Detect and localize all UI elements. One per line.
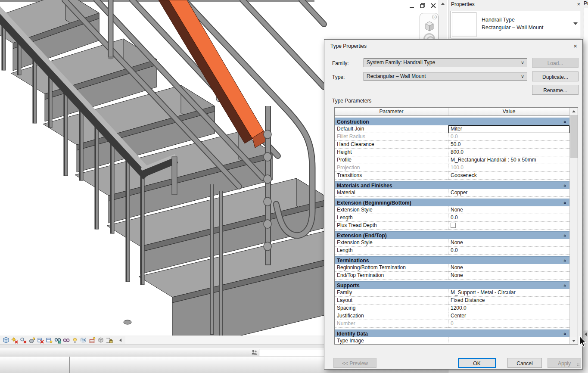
table-row[interactable]: TransitionsGooseneck xyxy=(335,172,569,180)
displaced-elements-icon[interactable] xyxy=(88,336,96,344)
table-scroll-thumb[interactable] xyxy=(570,115,578,158)
family-value: System Family: Handrail Type xyxy=(367,59,435,65)
shadows-icon[interactable] xyxy=(19,336,27,344)
section-collapse-icon: « xyxy=(563,284,568,286)
table-row[interactable]: End/Top TerminationNone xyxy=(335,272,569,280)
table-row[interactable]: Plus Tread Depth xyxy=(335,222,569,230)
viewcube-icon[interactable] xyxy=(424,21,435,33)
table-row[interactable]: Spacing1200.0 xyxy=(335,305,569,312)
scroll-up-icon[interactable] xyxy=(439,0,446,7)
project-browser-body xyxy=(584,8,588,330)
view-close-button[interactable] xyxy=(430,3,437,9)
table-row[interactable]: Extension StyleNone xyxy=(335,206,569,214)
rename-button[interactable]: Rename... xyxy=(532,85,579,95)
visual-style-icon[interactable] xyxy=(2,336,10,344)
table-row[interactable]: Length0.0 xyxy=(335,214,569,222)
locked-view-icon[interactable] xyxy=(105,336,113,344)
dialog-title: Type Properties xyxy=(330,43,367,49)
hscroll-left-icon[interactable] xyxy=(116,336,124,344)
table-row[interactable]: Type Image xyxy=(335,337,569,344)
section-collapse-icon: « xyxy=(563,120,568,123)
type-selector-type-name: Rectangular – Wall Mount xyxy=(482,25,543,31)
table-row[interactable]: Length0.0 xyxy=(335,247,569,255)
table-section-row[interactable]: Extension (End/Top)« xyxy=(335,231,569,239)
temporary-view-properties-icon[interactable] xyxy=(71,336,79,344)
table-row[interactable]: Fillet Radius0.0 xyxy=(335,133,569,141)
table-section-row[interactable]: Materials and Finishes« xyxy=(335,181,569,189)
crop-view-icon[interactable] xyxy=(36,336,44,344)
cancel-button[interactable]: Cancel xyxy=(507,358,542,368)
table-row[interactable]: LayoutFixed Distance xyxy=(335,297,569,305)
navigation-bar[interactable]: × xyxy=(420,13,439,40)
section-collapse-icon: « xyxy=(563,184,568,186)
table-section-row[interactable]: Construction« xyxy=(335,118,569,125)
table-row[interactable]: Projection100.0 xyxy=(335,164,569,172)
value-column-header[interactable]: Value xyxy=(448,108,569,115)
worksharing-display-icon[interactable] xyxy=(79,336,87,344)
bottom-panel-left xyxy=(0,357,69,373)
table-row[interactable]: Hand Clearance50.0 xyxy=(335,141,569,149)
table-row[interactable]: JustificationCenter xyxy=(335,312,569,320)
project-browser-label: Pr xyxy=(583,0,588,6)
table-row[interactable]: MaterialCopper xyxy=(335,189,569,197)
table-header-row: Parameter Value xyxy=(335,108,569,116)
table-scroll-up-icon[interactable] xyxy=(570,108,577,115)
rendering-dialog-icon[interactable] xyxy=(28,336,36,344)
workset-input[interactable] xyxy=(259,349,324,356)
type-selector[interactable]: Handrail Type Rectangular – Wall Mount xyxy=(451,11,581,38)
table-scroll-down-icon[interactable] xyxy=(570,337,577,344)
family-label: Family: xyxy=(332,60,349,66)
parameter-column-header[interactable]: Parameter xyxy=(335,108,448,115)
section-collapse-icon: « xyxy=(563,234,568,236)
temporary-hide-isolate-icon[interactable] xyxy=(53,336,62,344)
type-selector-category: Handrail Type xyxy=(482,17,515,23)
dialog-resize-grip[interactable] xyxy=(576,363,581,367)
mouse-cursor xyxy=(579,336,587,349)
family-combobox[interactable]: System Family: Handrail Type ∨ xyxy=(364,58,527,67)
properties-close-icon[interactable]: × xyxy=(577,1,580,7)
type-properties-dialog: Type Properties × Family: System Family:… xyxy=(324,39,583,370)
reveal-constraints-icon[interactable] xyxy=(96,336,105,344)
view-minimize-button[interactable] xyxy=(408,3,415,9)
table-row[interactable]: Beginning/Bottom TerminationNone xyxy=(335,264,569,272)
section-collapse-icon: « xyxy=(563,259,568,261)
table-section-row[interactable]: Terminations« xyxy=(335,256,569,264)
type-combobox[interactable]: Rectangular – Wall Mount ∨ xyxy=(364,72,527,81)
type-parameters-table: Parameter Value Construction«Default Joi… xyxy=(334,107,578,345)
section-collapse-icon: « xyxy=(563,201,568,204)
chevron-down-icon[interactable] xyxy=(573,22,578,25)
ok-button[interactable]: OK xyxy=(458,358,496,368)
dialog-close-icon[interactable]: × xyxy=(573,42,577,50)
navbar-close-icon[interactable]: × xyxy=(432,15,437,19)
duplicate-button[interactable]: Duplicate... xyxy=(532,71,579,81)
type-preview-image xyxy=(452,12,476,37)
preview-button[interactable]: << Preview xyxy=(333,358,376,368)
type-parameters-label: Type Parameters xyxy=(332,98,371,104)
project-browser-edge: Pr xyxy=(583,0,588,373)
table-row[interactable]: ProfileM_Rectangular Handrail : 50 x 50m… xyxy=(335,156,569,164)
table-section-row[interactable]: Identity Data« xyxy=(335,329,569,337)
table-section-row[interactable]: Extension (Beginning/Bottom)« xyxy=(335,199,569,206)
table-row[interactable]: FamilyM_Support - Metal - Circular xyxy=(335,289,569,297)
view-restore-button[interactable] xyxy=(419,3,426,9)
properties-panel-titlebar[interactable]: Properties × xyxy=(448,0,583,8)
table-row[interactable]: Default JoinMiter xyxy=(335,125,569,133)
table-row[interactable]: Extension StyleNone xyxy=(335,239,569,247)
load-button[interactable]: Load... xyxy=(532,58,579,68)
crop-region-icon[interactable] xyxy=(45,336,53,344)
reveal-hidden-elements-icon[interactable] xyxy=(62,336,70,344)
table-section-row[interactable]: Supports« xyxy=(335,281,569,289)
checkbox[interactable] xyxy=(451,223,456,228)
table-scrollbar[interactable] xyxy=(569,108,578,344)
type-parameters-rows: Construction«Default JoinMiterFillet Rad… xyxy=(335,118,569,344)
type-value: Rectangular – Wall Mount xyxy=(367,73,426,79)
type-label: Type: xyxy=(332,74,345,80)
sun-path-icon[interactable] xyxy=(10,336,19,344)
section-collapse-icon: « xyxy=(563,332,568,335)
table-row[interactable]: Height800.0 xyxy=(335,149,569,156)
railing-post-upper xyxy=(108,0,114,59)
table-row[interactable]: Number0 xyxy=(335,320,569,328)
properties-panel-title: Properties xyxy=(451,1,475,7)
